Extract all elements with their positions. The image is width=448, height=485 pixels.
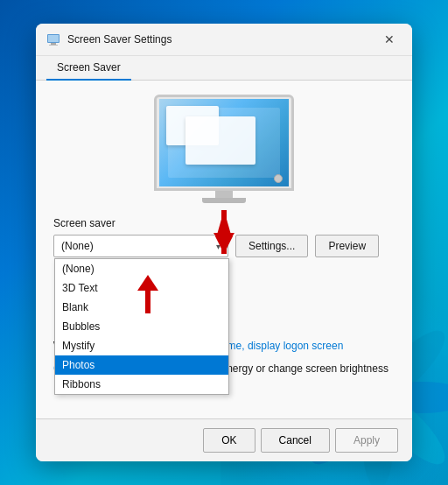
dropdown-option-none[interactable]: (None) [55,259,228,278]
dialog-window: Screen Saver Settings ✕ Screen Saver [36,24,412,461]
settings-button[interactable]: Settings... [235,235,308,257]
dropdown-list: (None) 3D Text Blank Bubbles Mystify Pho… [54,258,229,395]
monitor-preview [53,95,395,203]
dropdown-selected-text: (None) [61,240,216,252]
close-button[interactable]: ✕ [377,31,402,48]
screen-saver-dropdown[interactable]: (None) ▾ (None) 3D Text Blank Bubbles My… [53,235,228,257]
dropdown-row: (None) ▾ (None) 3D Text Blank Bubbles My… [53,235,395,257]
monitor-frame [154,95,294,191]
dropdown-option-mystify[interactable]: Mystify [55,336,228,355]
preview-mini-window-2 [186,116,256,165]
window-icon [46,32,60,46]
svg-rect-11 [51,43,56,45]
svg-rect-12 [49,45,58,46]
svg-rect-10 [48,35,59,42]
monitor-screen [159,99,289,186]
cancel-button[interactable]: Cancel [261,428,330,453]
monitor-button [274,174,283,183]
dropdown-option-3dtext[interactable]: 3D Text [55,278,228,298]
dropdown-option-bubbles[interactable]: Bubbles [55,317,228,336]
monitor-stand-base [202,198,246,203]
dialog-content: Screen saver (None) ▾ (None) 3D Text Bla… [36,81,412,418]
screen-saver-icon [46,32,60,46]
dropdown-option-photos[interactable]: Photos [55,355,228,375]
window-title: Screen Saver Settings [67,33,377,46]
tab-bar: Screen Saver [36,56,412,81]
screen-saver-label: Screen saver [53,217,395,229]
preview-mini-window-1 [166,106,219,145]
preview-button[interactable]: Preview [315,235,379,257]
ok-button[interactable]: OK [203,428,255,453]
chevron-down-icon: ▾ [216,242,220,251]
dropdown-option-blank[interactable]: Blank [55,298,228,317]
apply-button[interactable]: Apply [335,428,398,453]
tab-screen-saver[interactable]: Screen Saver [46,56,131,81]
monitor-stand-top [215,191,233,198]
dropdown-option-ribbons[interactable]: Ribbons [55,375,228,394]
bottom-button-row: OK Cancel Apply [36,418,412,461]
title-bar: Screen Saver Settings ✕ [36,24,412,56]
